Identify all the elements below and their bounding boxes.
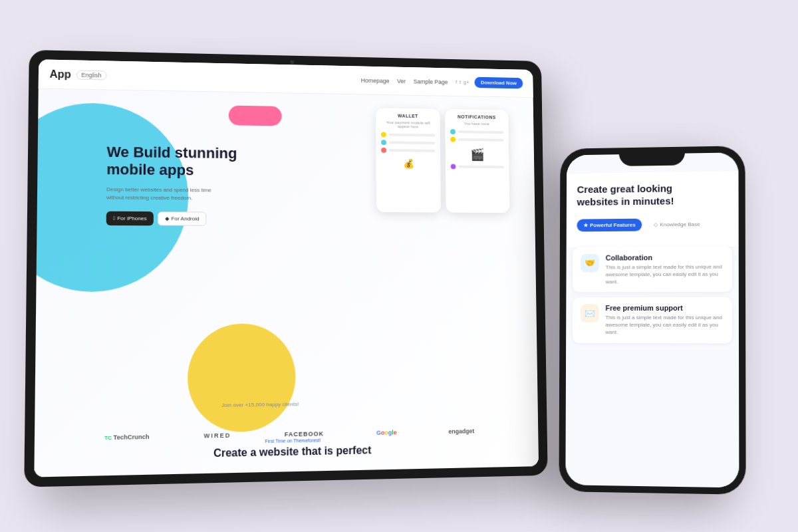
- support-content: Free premium support This is just a simp…: [605, 304, 724, 336]
- collaboration-content: Collaboration This is just a simple text…: [606, 253, 724, 285]
- brand-google: Google: [376, 429, 397, 436]
- tablet-nav-homepage[interactable]: Homepage: [361, 77, 390, 84]
- wallet-line-3: [389, 149, 436, 152]
- notif-dot-purple: [451, 164, 456, 170]
- tablet-social-f: f: [456, 79, 457, 85]
- google-e: e: [394, 429, 397, 436]
- phone-volume-down-button: [559, 257, 559, 280]
- tablet-wallet-card: WALLET Your payment module will appear h…: [376, 108, 441, 212]
- brand-wired: WIRED: [203, 432, 231, 440]
- tablet-social-t: t: [460, 79, 461, 85]
- notif-line-3: [458, 166, 504, 169]
- tablet-device: App English Homepage Ver Sample Page f t…: [24, 50, 547, 487]
- wallet-amount: 💰: [381, 158, 435, 170]
- tablet-nav-sample[interactable]: Sample Page: [414, 78, 448, 85]
- support-desc: This is just a simple text made for this…: [605, 314, 724, 336]
- tablet-screen: App English Homepage Ver Sample Page f t…: [34, 59, 539, 477]
- support-icon: ✉️: [581, 304, 599, 323]
- notif-dot-row-1: [450, 129, 503, 135]
- tablet-nav-social: f t g+: [456, 79, 469, 85]
- tablet-pink-blob: [229, 106, 282, 126]
- phone-device: Create great looking websites in minutes…: [559, 146, 745, 495]
- wallet-icon: 💰: [381, 158, 435, 170]
- phone-volume-up-button: [559, 227, 560, 251]
- tablet-camera: [290, 60, 294, 64]
- tc-logo: TC: [104, 435, 114, 442]
- notif-film-icon: 🎬: [470, 148, 484, 162]
- star-icon: ★: [583, 222, 588, 228]
- tablet-side-button-bottom: [543, 163, 545, 182]
- wallet-dot-cyan: [381, 140, 386, 145]
- phone-hero-title: Create great looking websites in minutes…: [577, 182, 728, 208]
- phone-tabs: ★ Powerful Features ◇ Knowledge Base: [577, 217, 728, 231]
- collaboration-title: Collaboration: [606, 253, 724, 261]
- google-g: G: [376, 430, 381, 436]
- tablet-hero: We Build stunning mobile apps Design bet…: [34, 89, 539, 477]
- tablet-hero-buttons:  For iPhones ◆ For Android: [106, 211, 237, 225]
- support-title: Free premium support: [605, 304, 724, 312]
- phone-hero: Create great looking websites in minutes…: [567, 171, 739, 247]
- phone-tab-features[interactable]: ★ Powerful Features: [577, 218, 642, 231]
- scene: App English Homepage Ver Sample Page f t…: [0, 0, 798, 532]
- phone-screen: Create great looking websites in minutes…: [565, 152, 739, 487]
- notif-dot-row-2: [450, 137, 503, 143]
- tablet-hero-text: We Build stunning mobile apps Design bet…: [106, 144, 237, 226]
- notif-icon-area: 🎬: [450, 147, 503, 162]
- brand-engadget: engadget: [448, 428, 474, 435]
- android-icon: ◆: [165, 215, 169, 221]
- wallet-dot-row-1: [381, 132, 435, 138]
- tablet-nav-ver[interactable]: Ver: [397, 78, 406, 84]
- collaboration-desc: This is just a simple text made for this…: [606, 263, 724, 285]
- tablet-download-button[interactable]: Download Now: [474, 77, 523, 89]
- phone-tab-knowledge[interactable]: ◇ Knowledge Base: [648, 217, 707, 231]
- collaboration-icon: 🤝: [581, 253, 599, 272]
- phone-support-card: ✉️ Free premium support This is just a s…: [573, 297, 732, 343]
- tablet-social-g: g+: [464, 79, 469, 85]
- mail-icon: ✉️: [585, 309, 595, 319]
- tablet-hero-subtitle: Design better websites and spend less ti…: [106, 186, 215, 202]
- notif-dot-row-3: [451, 164, 504, 170]
- tablet-nav-logo: App: [50, 68, 71, 80]
- tablet-yellow-circle: [188, 323, 296, 433]
- notif-dot-cyan: [450, 129, 456, 134]
- phone-power-button: [745, 239, 746, 272]
- tablet-hero-heading: We Build stunning mobile apps: [106, 144, 237, 180]
- brand-techcrunch: TC TechCrunch: [104, 434, 150, 442]
- notif-line-2: [458, 138, 504, 142]
- wallet-dot-gold: [381, 132, 386, 137]
- tablet-phone-mockups: WALLET Your payment module will appear h…: [376, 108, 509, 213]
- wallet-line: [389, 134, 436, 137]
- tablet-side-button-top: [542, 125, 545, 150]
- brand-facebook: FACEBOOK: [285, 430, 324, 438]
- wallet-dot-red: [381, 148, 386, 153]
- tablet-bezel: App English Homepage Ver Sample Page f t…: [34, 59, 539, 477]
- tablet-join-text: Join over +15,000 happy clients!: [221, 401, 299, 408]
- handshake-icon: 🤝: [585, 258, 595, 268]
- diamond-icon: ◇: [654, 221, 658, 227]
- tablet-nav-links: Homepage Ver Sample Page: [361, 77, 448, 85]
- phone-bezel: Create great looking websites in minutes…: [565, 152, 739, 487]
- tablet-ios-button[interactable]:  For iPhones: [106, 211, 154, 225]
- wallet-dot-row-3: [381, 148, 435, 154]
- apple-icon: : [113, 215, 115, 221]
- tablet-nav-lang[interactable]: English: [76, 70, 106, 80]
- wallet-dot-row-2: [381, 140, 435, 146]
- notif-dot-gold: [450, 137, 456, 142]
- phone-notch: [619, 147, 685, 166]
- tablet-notifications-card: NOTIFICATIONS You have none: [445, 109, 509, 213]
- wallet-line-2: [389, 141, 436, 144]
- notif-line-1: [458, 130, 504, 134]
- phone-collaboration-card: 🤝 Collaboration This is just a simple te…: [573, 246, 732, 293]
- tablet-android-button[interactable]: ◆ For Android: [158, 211, 207, 225]
